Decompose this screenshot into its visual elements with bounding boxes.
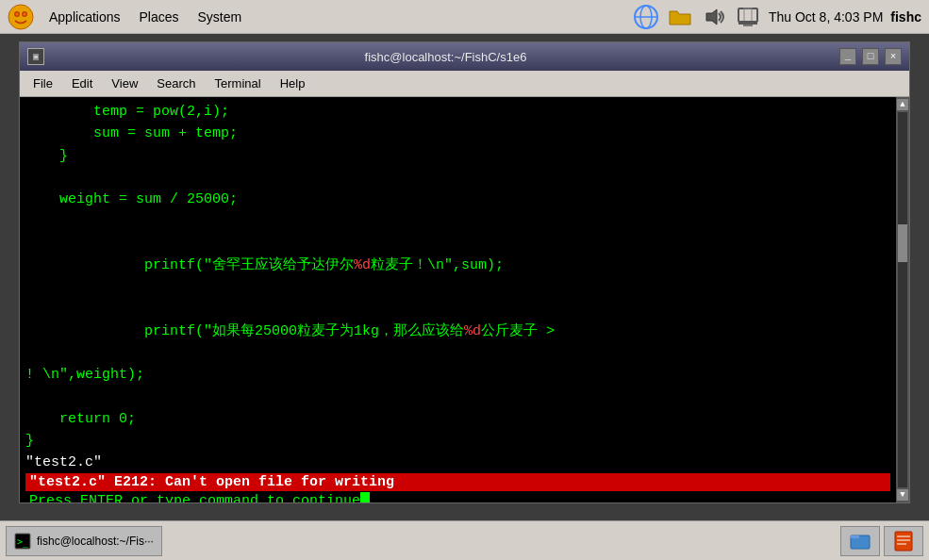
terminal-title: fishc@localhost:~/FishC/s1e6: [52, 50, 839, 64]
applications-menu[interactable]: Applications: [40, 6, 130, 28]
code-line-continuation: ! \n",weight);: [25, 364, 890, 386]
svg-rect-12: [743, 25, 753, 26]
scroll-track[interactable]: [898, 112, 907, 487]
svg-text:>_: >_: [17, 536, 29, 548]
scrollbar[interactable]: ▲ ▼: [896, 97, 909, 502]
svg-rect-9: [738, 8, 757, 22]
network-icon: [633, 4, 659, 30]
code-line: temp = pow(2,i);: [25, 101, 890, 123]
monitor-icon: [735, 4, 761, 30]
taskbar-files-icon: [892, 530, 915, 552]
menu-bar: File Edit View Search Terminal Help: [20, 71, 909, 97]
system-menu-item[interactable]: System: [189, 6, 252, 28]
prompt-line[interactable]: Press ENTER or type command to continue: [25, 491, 890, 502]
svg-point-3: [16, 12, 19, 15]
terminal-window-controls: _ □ ×: [839, 48, 902, 65]
svg-marker-8: [706, 9, 717, 25]
volume-icon: [701, 4, 727, 30]
scroll-up-button[interactable]: ▲: [897, 99, 908, 110]
desktop-logo-icon: [8, 4, 34, 30]
scroll-down-button[interactable]: ▼: [897, 489, 908, 501]
menu-edit[interactable]: Edit: [62, 74, 102, 93]
terminal-window: ▣ fishc@localhost:~/FishC/s1e6 _ □ × Fil…: [19, 41, 910, 503]
prompt-text: Press ENTER or type command to continue: [29, 493, 360, 502]
close-button[interactable]: ×: [885, 48, 902, 65]
code-line-brace: }: [25, 430, 890, 452]
taskbar: >_ fishc@localhost:~/Fis···: [0, 520, 929, 560]
svg-rect-11: [738, 21, 757, 25]
code-line-return: return 0;: [25, 408, 890, 430]
svg-rect-20: [897, 543, 906, 545]
places-menu[interactable]: Places: [130, 6, 189, 28]
taskbar-terminal-icon: >_: [14, 533, 31, 550]
system-menu: Applications Places System: [40, 6, 633, 28]
cursor: [360, 492, 370, 502]
code-line-printf2: printf("如果每25000粒麦子为1kg，那么应该给%d公斤麦子 >: [25, 298, 890, 364]
menu-terminal[interactable]: Terminal: [206, 74, 271, 93]
code-line: sum = sum + temp;: [25, 123, 890, 144]
terminal-content[interactable]: temp = pow(2,i); sum = sum + temp; } wei…: [20, 97, 896, 502]
code-line-printf1: printf("舍罕王应该给予达伊尔%d粒麦子！\n",sum);: [25, 233, 890, 299]
folder-icon: [667, 4, 693, 30]
taskbar-btn-1[interactable]: [840, 526, 880, 556]
code-line-weight: weight = sum / 25000;: [25, 189, 890, 210]
taskbar-right: [840, 526, 923, 556]
error-message: "test2.c" E212: Can't open file for writ…: [25, 473, 890, 491]
svg-rect-19: [897, 539, 910, 541]
code-line: [25, 210, 890, 232]
svg-point-0: [8, 5, 33, 29]
system-bar: Applications Places System Thu Oct 8, 4:…: [0, 0, 929, 34]
maximize-button[interactable]: □: [862, 48, 879, 65]
menu-help[interactable]: Help: [271, 74, 315, 93]
code-line: [25, 167, 890, 189]
menu-search[interactable]: Search: [147, 74, 205, 93]
system-tray: Thu Oct 8, 4:03 PM fishc: [633, 4, 921, 30]
menu-view[interactable]: View: [102, 74, 147, 93]
terminal-icon: ▣: [27, 48, 44, 65]
code-line: }: [25, 145, 890, 167]
terminal-body: temp = pow(2,i); sum = sum + temp; } wei…: [20, 97, 909, 502]
scroll-thumb[interactable]: [898, 224, 907, 262]
username: fishc: [890, 9, 921, 25]
svg-point-4: [24, 12, 26, 15]
datetime: Thu Oct 8, 4:03 PM: [769, 9, 883, 25]
svg-rect-16: [851, 535, 859, 538]
taskbar-folder-icon: [849, 530, 871, 552]
code-line: [25, 386, 890, 407]
terminal-titlebar: ▣ fishc@localhost:~/FishC/s1e6 _ □ ×: [20, 42, 909, 71]
code-line-filename: "test2.c": [25, 452, 890, 473]
taskbar-btn-2[interactable]: [884, 526, 923, 556]
svg-rect-18: [897, 535, 910, 537]
taskbar-terminal-label: fishc@localhost:~/Fis···: [37, 535, 154, 548]
svg-rect-10: [744, 8, 752, 22]
taskbar-terminal-item[interactable]: >_ fishc@localhost:~/Fis···: [6, 526, 162, 556]
menu-file[interactable]: File: [24, 74, 62, 93]
minimize-button[interactable]: _: [839, 48, 856, 65]
